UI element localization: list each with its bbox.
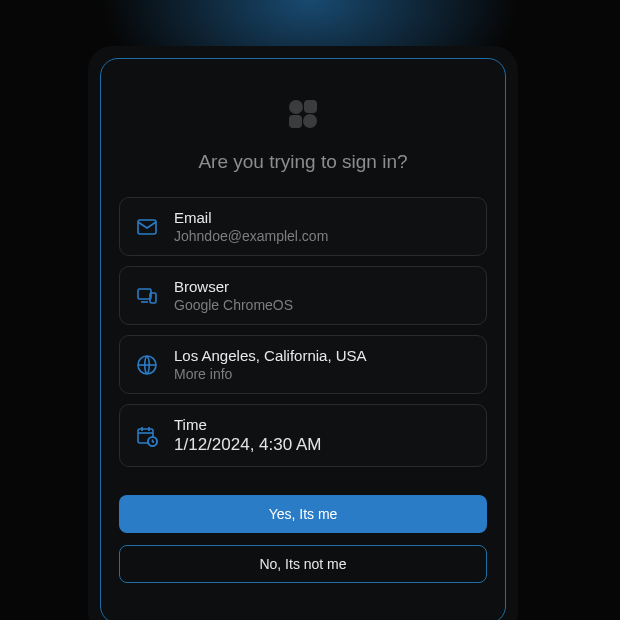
location-label: Los Angeles, California, USA	[174, 347, 367, 364]
signin-verify-card: Are you trying to sign in? Email Johndoe…	[100, 58, 506, 620]
app-logo	[119, 97, 487, 131]
modal-outer: Are you trying to sign in? Email Johndoe…	[88, 46, 518, 620]
devices-icon	[134, 283, 160, 309]
browser-label: Browser	[174, 278, 293, 295]
location-more[interactable]: More info	[174, 366, 367, 382]
logo-icon	[286, 97, 320, 131]
svg-rect-5	[138, 289, 151, 299]
email-value: Johndoe@examplel.com	[174, 228, 328, 244]
no-button[interactable]: No, Its not me	[119, 545, 487, 583]
svg-point-2	[303, 114, 317, 128]
svg-rect-1	[304, 100, 317, 113]
email-label: Email	[174, 209, 328, 226]
globe-icon	[134, 352, 160, 378]
time-label: Time	[174, 416, 321, 433]
svg-rect-3	[289, 115, 302, 128]
button-group: Yes, Its me No, Its not me	[119, 495, 487, 583]
browser-value: Google ChromeOS	[174, 297, 293, 313]
calendar-clock-icon	[134, 423, 160, 449]
yes-button[interactable]: Yes, Its me	[119, 495, 487, 533]
time-value: 1/12/2024, 4:30 AM	[174, 435, 321, 455]
info-row-email: Email Johndoe@examplel.com	[119, 197, 487, 256]
svg-rect-4	[138, 220, 156, 234]
mail-icon	[134, 214, 160, 240]
page-title: Are you trying to sign in?	[119, 151, 487, 173]
info-row-location: Los Angeles, California, USA More info	[119, 335, 487, 394]
info-row-time: Time 1/12/2024, 4:30 AM	[119, 404, 487, 467]
svg-point-0	[289, 100, 303, 114]
info-row-browser: Browser Google ChromeOS	[119, 266, 487, 325]
